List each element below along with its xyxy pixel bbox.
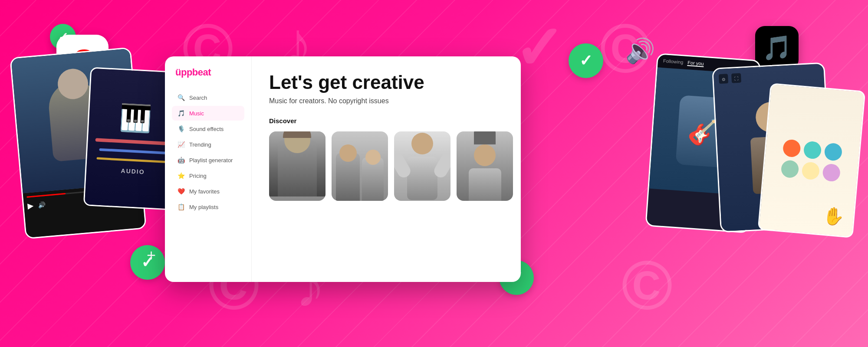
sidebar-item-search[interactable]: 🔍 Search — [172, 90, 244, 105]
settings-icon: ⚙ — [719, 74, 728, 84]
tiktok-icon: 🎵 — [762, 34, 792, 62]
paint-color-teal — [803, 141, 822, 159]
discover-grid — [269, 131, 503, 201]
sidebar-item-trending[interactable]: 📈 Trending — [172, 137, 244, 152]
artist-1-hair — [283, 131, 311, 138]
head-2a — [339, 144, 357, 162]
artist-2-people — [336, 153, 384, 201]
sidebar: üppbeat 🔍 Search 🎵 Music 🎙️ Sound effect… — [165, 56, 252, 282]
favorites-icon: ❤️ — [177, 188, 185, 195]
head-4 — [474, 144, 496, 166]
paint-color-yellow — [801, 161, 820, 180]
sidebar-item-my-favorites[interactable]: ❤️ My favorites — [172, 184, 244, 199]
paint-color-blue — [824, 143, 842, 161]
paint-color-green — [780, 160, 799, 178]
tiktok-tab-foryou[interactable]: For you — [687, 60, 704, 67]
hand-emoji: ✋ — [822, 206, 845, 226]
sound-effects-icon: 🎙️ — [177, 125, 185, 132]
sidebar-playlist-gen-label: Playlist generator — [189, 157, 233, 164]
keyboard-bar-3 — [96, 157, 170, 163]
volume-button[interactable]: 🔊 — [37, 201, 45, 208]
sidebar-soundfx-label: Sound effects — [189, 126, 224, 132]
artist-3-figure — [407, 133, 437, 200]
sidebar-search-label: Search — [189, 95, 207, 101]
arm-3-left — [394, 151, 413, 180]
fullscreen-icon: ⛶ — [731, 73, 741, 83]
artist-4-bg — [457, 131, 513, 201]
fullscreen-symbol: ⛶ — [734, 76, 739, 82]
hero-title: Let's get creative — [269, 72, 503, 93]
sidebar-trending-label: Trending — [189, 141, 211, 148]
hat-top — [474, 131, 496, 144]
sidebar-item-my-playlists[interactable]: 📋 My playlists — [172, 200, 244, 214]
discover-label: Discover — [269, 117, 503, 124]
play-button[interactable]: ▶ — [27, 200, 34, 210]
keyboard-bar-1 — [95, 138, 174, 145]
sidebar-pricing-label: Pricing — [189, 173, 207, 179]
sidebar-playlists-label: My playlists — [189, 204, 218, 210]
paint-colors — [763, 129, 860, 192]
artist-card-1[interactable] — [269, 131, 326, 201]
painting-mockup: ✋ — [758, 83, 866, 238]
head-3 — [411, 133, 433, 154]
body-3 — [407, 157, 437, 200]
paint-color-orange — [783, 139, 801, 157]
trending-icon: 📈 — [177, 141, 185, 148]
sidebar-music-label: Music — [189, 110, 204, 117]
artist-1-bg — [269, 131, 326, 196]
pricing-icon: ⭐ — [177, 172, 185, 179]
sidebar-item-sound-effects[interactable]: 🎙️ Sound effects — [172, 121, 244, 136]
person-head — [56, 68, 89, 101]
audio-label: AUDIO — [121, 167, 145, 175]
check-circle-3: ✓ — [569, 43, 603, 78]
artist-3-bg — [394, 131, 450, 201]
person-2a — [336, 153, 360, 201]
search-icon: 🔍 — [177, 94, 185, 101]
tiktok-tab-following[interactable]: Following — [663, 58, 683, 65]
settings-cog: ⚙ — [721, 77, 726, 82]
arm-3-right — [432, 151, 450, 180]
logo-text: üppbeat — [175, 67, 211, 78]
guitar-mockup-controls: ⚙ ⛶ — [719, 73, 741, 84]
artist-1-body — [278, 140, 317, 196]
hand-icon: ✋ — [822, 205, 845, 227]
sidebar-item-music[interactable]: 🎵 Music — [172, 106, 244, 121]
main-card: üppbeat 🔍 Search 🎵 Music 🎙️ Sound effect… — [165, 56, 521, 282]
artist-card-4[interactable] — [457, 131, 513, 201]
hero-subtitle: Music for creators. No copyright issues — [269, 97, 503, 105]
artist-4-figure — [469, 131, 501, 201]
playlist-gen-icon: 🤖 — [177, 157, 185, 164]
playlists-icon: 📋 — [177, 203, 185, 210]
artist-2-bg — [332, 131, 388, 201]
plus-icon: + — [147, 246, 156, 265]
bg-checkmark-1: ✓ — [513, 13, 564, 84]
artist-card-3[interactable] — [394, 131, 450, 201]
music-icon: 🎵 — [177, 110, 185, 117]
sidebar-item-playlist-generator[interactable]: 🤖 Playlist generator — [172, 153, 244, 167]
body-4 — [469, 168, 501, 201]
sidebar-item-pricing[interactable]: ⭐ Pricing — [172, 168, 244, 183]
youtube-progress-fill — [26, 193, 66, 197]
sidebar-favorites-label: My favorites — [189, 188, 220, 195]
artist-1-head — [284, 131, 310, 153]
tiktok-logo: 🎵 — [755, 26, 799, 69]
person-2b — [362, 157, 384, 201]
keyboard-bar-2 — [99, 148, 168, 154]
artist-card-2[interactable] — [332, 131, 388, 201]
main-content: Let's get creative Music for creators. N… — [252, 56, 521, 282]
painting-area: ✋ — [759, 84, 864, 236]
artist-1-visual — [269, 131, 326, 201]
logo: üppbeat — [172, 67, 244, 78]
paint-color-plum — [822, 163, 841, 182]
keyboard-emoji: 🎹 — [118, 102, 153, 134]
head-2b — [365, 150, 381, 165]
speaker-icon-right: 🔊 — [625, 37, 655, 65]
bg-copyright-5: © — [621, 246, 673, 325]
